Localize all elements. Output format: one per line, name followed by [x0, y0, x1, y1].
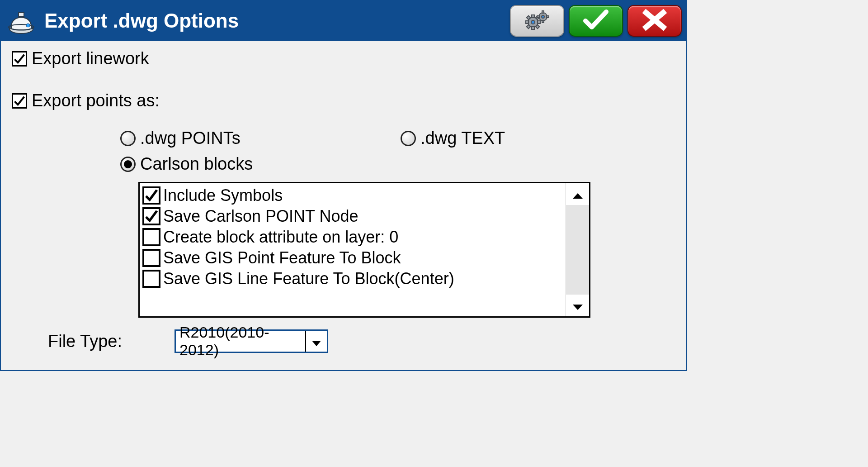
radio-carlson-blocks-label: Carlson blocks [140, 154, 253, 174]
list-item: Save GIS Point Feature To Block [142, 248, 563, 268]
svg-rect-17 [537, 16, 539, 18]
radio-dwg-points-label: .dwg POINTs [140, 129, 241, 148]
radio-dwg-text-label: .dwg TEXT [420, 129, 505, 148]
gears-icon [523, 10, 551, 32]
scroll-down-button[interactable] [566, 295, 589, 316]
options-list: Include Symbols Save Carlson POINT Node … [140, 183, 566, 316]
export-points-label: Export points as: [32, 91, 160, 110]
dropdown-arrow [305, 331, 327, 352]
list-item-label: Save GIS Line Feature To Block(Center) [163, 269, 454, 288]
filetype-value: R2010(2010-2012) [176, 331, 305, 352]
svg-point-2 [26, 24, 30, 27]
scroll-up-button[interactable] [566, 183, 589, 205]
options-listbox: Include Symbols Save Carlson POINT Node … [138, 182, 590, 318]
svg-point-14 [542, 15, 544, 18]
chevron-down-icon [311, 332, 322, 351]
svg-rect-15 [542, 11, 544, 13]
dialog-title: Export .dwg Options [42, 10, 505, 32]
radio-dwg-points[interactable] [120, 131, 136, 146]
list-check-save-gis-line[interactable] [142, 270, 160, 288]
svg-rect-5 [532, 15, 534, 18]
list-item: Save Carlson POINT Node [142, 206, 563, 227]
export-linework-checkbox[interactable] [12, 51, 27, 67]
titlebar: Export .dwg Options [1, 1, 686, 41]
list-item-label: Include Symbols [163, 186, 283, 205]
list-item: Include Symbols [142, 185, 563, 206]
list-check-save-gis-point[interactable] [142, 249, 160, 267]
list-check-create-block-attr[interactable] [142, 228, 160, 246]
svg-point-4 [531, 20, 535, 24]
close-icon [642, 9, 667, 33]
filetype-dropdown[interactable]: R2010(2010-2012) [175, 329, 328, 353]
chevron-down-icon [572, 296, 584, 315]
scroll-track[interactable] [566, 205, 589, 295]
list-scrollbar[interactable] [566, 183, 589, 316]
list-item-label: Create block attribute on layer: 0 [163, 228, 398, 247]
export-points-checkbox[interactable] [12, 93, 27, 109]
list-item-label: Save GIS Point Feature To Block [163, 248, 401, 267]
svg-rect-8 [538, 21, 540, 24]
list-check-save-carlson-point-node[interactable] [142, 207, 160, 225]
list-check-include-symbols[interactable] [142, 186, 160, 205]
radio-carlson-blocks[interactable] [120, 157, 136, 172]
cancel-button[interactable] [627, 5, 682, 37]
filetype-label: File Type: [48, 332, 165, 351]
svg-rect-18 [547, 16, 549, 18]
svg-rect-16 [542, 20, 544, 23]
list-item: Save GIS Line Feature To Block(Center) [142, 268, 563, 289]
check-icon [583, 9, 609, 33]
export-linework-label: Export linework [32, 49, 149, 68]
dialog-content: Export linework Export points as: .dwg P… [1, 41, 686, 370]
app-icon [5, 5, 37, 37]
svg-rect-6 [532, 27, 534, 29]
chevron-up-icon [572, 185, 584, 204]
confirm-button[interactable] [569, 5, 623, 37]
settings-button[interactable] [510, 5, 564, 37]
list-item: Create block attribute on layer: 0 [142, 227, 563, 248]
svg-rect-7 [526, 21, 528, 24]
radio-dwg-text[interactable] [401, 131, 416, 146]
list-item-label: Save Carlson POINT Node [163, 207, 359, 226]
